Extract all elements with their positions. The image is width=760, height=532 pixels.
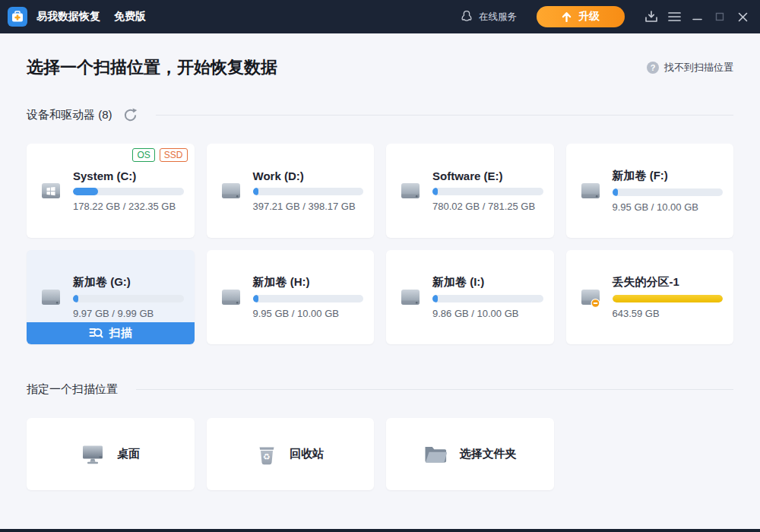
drive-usage-bar bbox=[432, 188, 543, 195]
locations-section-header: 指定一个扫描位置 bbox=[27, 382, 733, 397]
drive-usage-fill bbox=[73, 188, 98, 195]
scan-icon bbox=[89, 326, 103, 340]
drive-size: 178.22 GB / 232.35 GB bbox=[73, 201, 184, 212]
location-card[interactable]: 选择文件夹 bbox=[386, 418, 554, 490]
locations-grid: 桌面 ♻ 回收站 选择文件夹 bbox=[27, 418, 733, 490]
drive-usage-bar bbox=[73, 295, 184, 302]
qq-penguin-icon bbox=[460, 10, 473, 24]
drive-usage-fill bbox=[73, 295, 78, 302]
devices-section-header: 设备和驱动器 (8) bbox=[27, 108, 733, 122]
drive-usage-bar bbox=[253, 295, 364, 302]
drive-icon bbox=[398, 179, 423, 203]
online-service-label: 在线服务 bbox=[479, 11, 517, 24]
drive-usage-bar bbox=[613, 188, 724, 196]
location-card[interactable]: 桌面 bbox=[27, 418, 195, 490]
app-title: 易我数据恢复 bbox=[36, 10, 100, 24]
drive-name: System (C:) bbox=[73, 169, 184, 182]
drive-usage-fill bbox=[432, 295, 438, 302]
drive-icon bbox=[219, 285, 243, 309]
drive-size: 9.97 GB / 9.99 GB bbox=[73, 308, 184, 319]
drive-size: 9.86 GB / 10.00 GB bbox=[432, 308, 543, 319]
drive-usage-fill bbox=[432, 188, 438, 195]
drive-card[interactable]: Work (D:) 397.21 GB / 398.17 GB bbox=[207, 144, 375, 238]
drive-usage-bar bbox=[253, 188, 364, 195]
folder-icon bbox=[423, 445, 448, 464]
drive-icon bbox=[39, 285, 63, 309]
drive-usage-fill bbox=[613, 295, 724, 302]
drive-usage-bar bbox=[613, 295, 724, 302]
drive-usage-bar bbox=[73, 188, 184, 195]
upgrade-button[interactable]: 升级 bbox=[537, 6, 625, 27]
edition-label: 免费版 bbox=[114, 10, 146, 24]
location-label: 回收站 bbox=[290, 447, 324, 461]
section-divider bbox=[136, 389, 733, 390]
drive-card[interactable]: 新加卷 (G:) 9.97 GB / 9.99 GB 扫描 bbox=[27, 250, 195, 344]
drive-size: 643.59 GB bbox=[613, 308, 724, 319]
drives-grid: OSSSD System (C:) 178.22 GB / 232.35 GB bbox=[27, 144, 733, 344]
drive-card[interactable]: 新加卷 (H:) 9.95 GB / 10.00 GB bbox=[207, 250, 375, 344]
help-label: 找不到扫描位置 bbox=[664, 61, 733, 74]
window-bottom-border bbox=[0, 529, 760, 532]
drive-name: Work (D:) bbox=[253, 169, 364, 182]
online-service[interactable]: 在线服务 bbox=[460, 10, 517, 24]
recycle-bin-icon: ♻ bbox=[256, 443, 277, 466]
windows-drive-icon bbox=[39, 179, 63, 203]
scan-button[interactable]: 扫描 bbox=[27, 322, 195, 344]
drive-card[interactable]: OSSSD System (C:) 178.22 GB / 232.35 GB bbox=[27, 144, 195, 238]
drive-card[interactable]: 丢失的分区-1 643.59 GB bbox=[566, 250, 734, 344]
close-icon[interactable] bbox=[731, 5, 754, 28]
drive-icon bbox=[578, 179, 603, 203]
drive-size: 780.02 GB / 781.25 GB bbox=[432, 201, 543, 212]
upgrade-label: 升级 bbox=[578, 10, 600, 24]
drive-badges: OSSSD bbox=[132, 148, 187, 162]
drive-size: 9.95 GB / 10.00 GB bbox=[253, 308, 364, 319]
minimize-icon[interactable] bbox=[686, 5, 708, 28]
drive-card[interactable]: 新加卷 (I:) 9.86 GB / 10.00 GB bbox=[386, 250, 554, 344]
drive-name: 新加卷 (H:) bbox=[253, 275, 364, 290]
location-label: 选择文件夹 bbox=[460, 447, 517, 461]
ssd-badge: SSD bbox=[160, 148, 188, 162]
location-label: 桌面 bbox=[117, 447, 140, 461]
page-title: 选择一个扫描位置，开始恢复数据 bbox=[27, 56, 277, 79]
maximize-icon[interactable] bbox=[708, 5, 731, 28]
svg-text:♻: ♻ bbox=[263, 451, 271, 461]
app-logo-icon bbox=[8, 7, 27, 27]
save-session-icon[interactable] bbox=[640, 5, 663, 28]
drive-icon bbox=[398, 285, 423, 309]
drive-name: 新加卷 (G:) bbox=[73, 275, 184, 290]
scan-button-label: 扫描 bbox=[109, 326, 132, 340]
drive-usage-bar bbox=[432, 295, 543, 302]
drive-usage-fill bbox=[613, 188, 618, 196]
drive-card[interactable]: Software (E:) 780.02 GB / 781.25 GB bbox=[386, 144, 554, 238]
drive-icon bbox=[219, 179, 243, 203]
os-badge: OS bbox=[132, 148, 154, 162]
refresh-icon[interactable] bbox=[123, 108, 138, 122]
drive-usage-fill bbox=[253, 188, 258, 195]
drive-card[interactable]: 新加卷 (F:) 9.95 GB / 10.00 GB bbox=[566, 144, 734, 238]
drive-usage-fill bbox=[253, 295, 258, 302]
drive-name: 新加卷 (F:) bbox=[613, 169, 724, 183]
question-mark-icon: ? bbox=[647, 62, 659, 74]
devices-section-title: 设备和驱动器 (8) bbox=[27, 108, 112, 122]
desktop-icon bbox=[81, 444, 105, 465]
menu-icon[interactable] bbox=[663, 5, 686, 28]
section-divider bbox=[156, 115, 734, 116]
drive-name: Software (E:) bbox=[432, 169, 543, 182]
drive-name: 丢失的分区-1 bbox=[613, 275, 724, 290]
drive-name: 新加卷 (I:) bbox=[432, 275, 543, 290]
titlebar: 易我数据恢复 免费版 在线服务 升级 bbox=[0, 0, 760, 33]
lost-drive-icon bbox=[578, 285, 603, 309]
drive-size: 397.21 GB / 398.17 GB bbox=[253, 201, 364, 212]
location-card[interactable]: ♻ 回收站 bbox=[207, 418, 375, 490]
help-link[interactable]: ? 找不到扫描位置 bbox=[647, 61, 733, 74]
locations-section-title: 指定一个扫描位置 bbox=[27, 382, 118, 397]
upgrade-arrow-icon bbox=[562, 11, 572, 22]
drive-size: 9.95 GB / 10.00 GB bbox=[613, 201, 724, 213]
